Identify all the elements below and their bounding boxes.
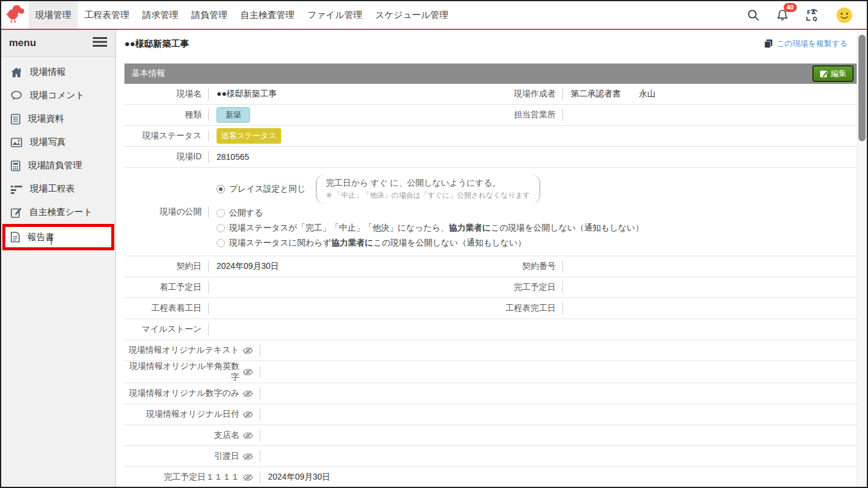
sidebar-header: menu <box>1 30 115 57</box>
table-row-publish-settings: 現場の公開 プレイス設定と同じ 完工日から すぐ に、公開しないようにする。 ※… <box>124 168 857 256</box>
radio-option-place-setting[interactable]: プレイス設定と同じ 完工日から すぐ に、公開しないようにする。 ※ 「中止」「… <box>217 175 857 204</box>
table-row: 現場情報オリジナル半角英数字 <box>124 361 857 383</box>
divider <box>260 408 260 420</box>
eye-slash-icon <box>243 432 253 439</box>
comment-icon <box>11 90 22 101</box>
nav-item-file-kanri[interactable]: ファイル管理 <box>301 1 368 29</box>
topbar-actions: 40 F A Q <box>747 1 867 29</box>
nav-item-ukeoi-kanri[interactable]: 請負管理 <box>185 1 234 29</box>
table-row: 契約日 2024年09月30日 契約番号 <box>124 256 857 277</box>
svg-text:Q: Q <box>813 16 817 22</box>
edit-icon <box>820 69 828 78</box>
eye-slash-icon <box>243 474 253 481</box>
field-label: 種類 <box>124 110 208 120</box>
sidebar-item-genba-shashin[interactable]: 現場写真 <box>1 131 115 154</box>
faq-icon[interactable]: F A Q <box>805 8 820 22</box>
field-label: 現場ID <box>124 151 208 162</box>
divider <box>260 429 260 441</box>
table-row: 現場ステータス 追客ステータス <box>124 126 857 147</box>
table-row: 現場名 ●●様邸新築工事 現場作成者 第二承認者書 永山 <box>124 84 857 105</box>
table-row: 工程表着工日 工程表完工日 <box>124 298 857 319</box>
table-row: 現場情報オリジナル日付 <box>124 404 857 425</box>
svg-text:F: F <box>807 10 811 16</box>
field-value: 第二承認者書 永山 <box>563 89 857 99</box>
user-avatar[interactable] <box>836 7 852 23</box>
divider <box>208 281 209 293</box>
field-label: 着工予定日 <box>124 282 208 293</box>
field-label: 工程表完工日 <box>491 303 562 314</box>
publish-note-line1: 完工日から すぐ に、公開しないようにする。 <box>326 178 530 189</box>
table-row: 完工予定日１１１１ 2024年09月30日 <box>124 467 857 488</box>
app-logo[interactable] <box>1 1 29 29</box>
field-label: 現場情報オリジナル数字のみ <box>124 388 260 399</box>
sidebar-item-genba-shiryo[interactable]: 現場資料 <box>1 107 115 131</box>
duplicate-site-link[interactable]: この現場を複製する <box>764 38 857 49</box>
field-label: 完工予定日１１１１ <box>124 472 260 483</box>
sidebar-item-label: 現場情報 <box>30 66 66 78</box>
table-row: マイルストーン <box>124 319 857 340</box>
page-title: ●●様邸新築工事 <box>124 38 189 50</box>
divider <box>260 366 260 378</box>
edit-button-label: 編集 <box>831 68 846 79</box>
scrollbar-thumb[interactable] <box>858 35 866 141</box>
field-label: 現場情報オリジナル半角英数字 <box>124 361 260 383</box>
photo-icon <box>11 138 22 147</box>
divider <box>260 344 260 356</box>
sidebar-item-genba-comment[interactable]: 現場コメント <box>1 84 115 107</box>
table-row: 現場ID 2810565 <box>124 147 857 168</box>
field-value: 追客ステータス <box>209 128 857 144</box>
field-label: 工程表着工日 <box>124 303 208 314</box>
sidebar-item-label: 現場コメント <box>30 90 84 101</box>
sidebar-item-genba-joho[interactable]: 現場情報 <box>1 60 115 84</box>
radio-icon[interactable] <box>217 239 225 247</box>
eye-slash-icon <box>243 390 253 398</box>
sidebar-item-label: 現場写真 <box>30 137 66 148</box>
sidebar-item-houkokusho[interactable]: 報告書 <box>2 224 114 250</box>
creator-role: 第二承認者書 <box>571 89 621 98</box>
radio-icon[interactable] <box>217 209 225 217</box>
table-row: 現場情報オリジナル数字のみ <box>124 383 857 404</box>
table-row: 引渡日 <box>124 446 857 467</box>
vertical-scrollbar[interactable] <box>857 31 867 487</box>
nav-item-genba-kanri[interactable]: 現場管理 <box>29 1 78 29</box>
field-label: 支店名 <box>124 430 260 441</box>
top-navigation-bar: 現場管理 工程表管理 請求管理 請負管理 自主検査管理 ファイル管理 スケジュー… <box>1 1 867 30</box>
field-value: 2810565 <box>209 152 857 162</box>
bird-logo-icon <box>5 4 25 26</box>
radio-selected-icon[interactable] <box>217 185 225 193</box>
section-title: 基本情報 <box>132 68 165 79</box>
field-label: 現場ステータス <box>124 131 208 141</box>
search-icon[interactable] <box>747 9 760 22</box>
notification-bell-icon[interactable]: 40 <box>776 8 789 22</box>
divider <box>208 323 209 335</box>
nav-item-seikyuu-kanri[interactable]: 請求管理 <box>136 1 185 29</box>
app-window: 現場管理 工程表管理 請求管理 請負管理 自主検査管理 ファイル管理 スケジュー… <box>0 0 868 488</box>
nav-item-schedule-kanri[interactable]: スケジュール管理 <box>368 1 455 29</box>
sidebar-item-genba-ukeoi-kanri[interactable]: 現場請負管理 <box>1 154 115 177</box>
radio-option-hide-on-status[interactable]: 現場ステータスが「完工」「中止」「他決」になったら、協力業者にこの現場を公開しな… <box>217 223 857 234</box>
edit-button[interactable]: 編集 <box>812 65 854 82</box>
nav-item-koutei-kanri[interactable]: 工程表管理 <box>78 1 136 29</box>
radio-option-never-publish[interactable]: 現場ステータスに関わらず協力業者にこの現場を公開しない（通知もしない） <box>217 238 857 248</box>
radio-option-publish[interactable]: 公開する <box>217 208 857 219</box>
field-label: 現場作成者 <box>491 89 562 99</box>
table-row: 現場情報オリジナルテキスト <box>124 340 857 361</box>
nav-item-jishu-kensa-kanri[interactable]: 自主検査管理 <box>234 1 301 29</box>
sidebar-item-genba-koteihyo[interactable]: 現場工程表 <box>1 177 115 201</box>
publish-note: 完工日から すぐ に、公開しないようにする。 ※ 「中止」「他決」の場合は「すぐ… <box>316 175 540 204</box>
radio-label: 公開する <box>229 208 263 219</box>
divider <box>562 260 563 272</box>
radio-icon[interactable] <box>217 224 225 232</box>
sidebar-item-label: 現場工程表 <box>30 183 75 195</box>
divider <box>562 302 563 314</box>
field-label: 契約日 <box>124 261 208 272</box>
main-nav: 現場管理 工程表管理 請求管理 請負管理 自主検査管理 ファイル管理 スケジュー… <box>29 1 455 29</box>
sidebar: menu 現場情報 現場コメント <box>1 30 116 488</box>
hamburger-menu-icon[interactable] <box>93 37 107 50</box>
basic-info-table: 現場名 ●●様邸新築工事 現場作成者 第二承認者書 永山 種類 新築 担当営業所 <box>124 84 857 488</box>
sidebar-item-jishu-kensa-sheet[interactable]: 自主検査シート <box>1 201 115 224</box>
divider <box>562 109 563 121</box>
notification-count-badge: 40 <box>784 3 797 12</box>
table-row: 種類 新築 担当営業所 <box>124 105 857 126</box>
field-label: 現場名 <box>124 89 208 99</box>
